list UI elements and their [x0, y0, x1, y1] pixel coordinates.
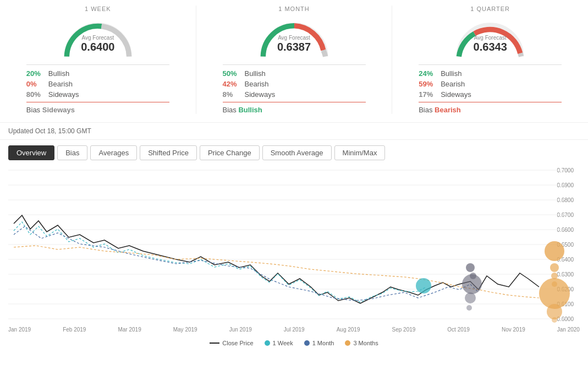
bubble-month-5 [466, 305, 472, 311]
bearish-label-quarter: Bearish [441, 80, 465, 88]
bias-row-month: Bias Bullish [223, 102, 366, 114]
bias-word-quarter: Bearish [435, 106, 461, 114]
legend-1month-icon [304, 340, 310, 346]
tab-averages[interactable]: Averages [90, 145, 137, 160]
legend-close-price-label: Close Price [222, 340, 253, 346]
bias-word-week: Sideways [42, 106, 75, 114]
bullish-label-week: Bullish [48, 69, 69, 78]
panel-week: 1 WEEK Avg Forecast 0.6400 20% Bullish 0… [0, 6, 196, 114]
sideways-pct-month: 8% [223, 90, 245, 99]
period-label-quarter: 1 QUARTER [470, 6, 510, 12]
tab-price-change[interactable]: Price Change [200, 145, 260, 160]
legend-1month-label: 1 Month [312, 340, 334, 346]
legend-bar: Close Price 1 Week 1 Month 3 Months [0, 335, 588, 349]
bubble-week [416, 278, 431, 294]
x-label-nov2019: Nov 2019 [502, 327, 525, 333]
avg-forecast-label-month: Avg Forecast [277, 35, 311, 41]
x-label-jul2019: Jul 2019 [284, 327, 305, 333]
panel-quarter: 1 QUARTER Avg Forecast 0.6343 24% Bullis… [392, 6, 588, 114]
legend-1week-icon [265, 340, 270, 346]
tab-shifted-price[interactable]: Shifted Price [140, 145, 197, 160]
bubble-3m-2 [550, 263, 559, 272]
sideways-pct-week: 80% [26, 90, 48, 99]
bias-word-month: Bullish [238, 106, 262, 114]
sideways-label-week: Sideways [48, 90, 79, 99]
avg-forecast-value-quarter: 0.6343 [474, 41, 507, 53]
bias-row-quarter: Bias Bearish [419, 102, 562, 114]
legend-3months: 3 Months [345, 340, 378, 346]
period-label-month: 1 MONTH [278, 6, 310, 12]
bearish-pct-quarter: 59% [419, 80, 441, 88]
bearish-label-month: Bearish [245, 80, 269, 88]
x-label-jan2020: Jan 2020 [557, 327, 580, 333]
bias-row-week: Bias Sideways [26, 102, 169, 114]
month-line [14, 226, 479, 301]
three-month-line [14, 246, 539, 298]
bullish-label-month: Bullish [245, 69, 266, 78]
panel-month: 1 MONTH Avg Forecast 0.6387 50% Bullish [196, 6, 393, 114]
bubble-month-1 [466, 263, 475, 272]
bullish-pct-week: 20% [26, 69, 48, 78]
sideways-pct-quarter: 17% [419, 90, 441, 99]
x-label-sep2019: Sep 2019 [392, 327, 416, 333]
avg-forecast-value-week: 0.6400 [81, 41, 114, 53]
top-section: 1 WEEK Avg Forecast 0.6400 20% Bullish 0… [0, 0, 588, 123]
tab-bias[interactable]: Bias [57, 145, 87, 160]
tab-smooth-average[interactable]: Smooth Average [262, 145, 332, 160]
stats-month: 50% Bullish 42% Bearish 8% Sideways Bias… [223, 64, 366, 114]
stats-week: 20% Bullish 0% Bearish 80% Sideways Bias… [26, 64, 169, 114]
period-label-week: 1 WEEK [85, 6, 111, 12]
legend-3months-icon [345, 340, 350, 346]
legend-1month: 1 Month [304, 340, 334, 346]
bubble-3m-1 [545, 241, 564, 261]
x-label-oct2019: Oct 2019 [447, 327, 470, 333]
tab-minim-max[interactable]: Minim/Max [334, 145, 386, 160]
chart-wrapper: 0.7000 0.6900 0.6800 0.6700 0.6600 0.650… [8, 166, 580, 325]
tab-bar: Overview Bias Averages Shifted Price Pri… [0, 140, 588, 166]
x-label-jun2019: Jun 2019 [229, 327, 252, 333]
x-label-may2019: May 2019 [173, 327, 197, 333]
sideways-label-month: Sideways [245, 90, 276, 99]
update-bar: Updated Oct 18, 15:00 GMT [0, 123, 588, 140]
bullish-pct-quarter: 24% [419, 69, 441, 78]
tab-overview[interactable]: Overview [8, 145, 54, 160]
x-label-aug2019: Aug 2019 [337, 327, 360, 333]
x-label-jan2019: Jan 2019 [8, 327, 31, 333]
legend-close-price-icon [210, 343, 219, 344]
avg-forecast-label-quarter: Avg Forecast [474, 35, 507, 41]
updated-text: Updated Oct 18, 15:00 GMT [8, 127, 91, 135]
legend-1week-label: 1 Week [273, 340, 293, 346]
main-chart: 0.7000 0.6900 0.6800 0.6700 0.6600 0.650… [8, 166, 575, 325]
bullish-label-quarter: Bullish [441, 69, 461, 78]
legend-close-price: Close Price [210, 340, 253, 346]
bearish-label-week: Bearish [48, 80, 73, 88]
stats-quarter: 24% Bullish 59% Bearish 17% Sideways Bia… [419, 64, 562, 114]
x-label-mar2019: Mar 2019 [118, 327, 141, 333]
gauge-month: Avg Forecast 0.6387 [250, 15, 338, 62]
avg-forecast-value-month: 0.6387 [277, 41, 311, 53]
gauge-quarter: Avg Forecast 0.6343 [446, 15, 534, 62]
bearish-pct-week: 0% [26, 80, 48, 88]
x-label-feb2019: Feb 2019 [63, 327, 86, 333]
avg-forecast-label-week: Avg Forecast [81, 35, 114, 41]
sideways-label-quarter: Sideways [441, 90, 471, 99]
bullish-pct-month: 50% [223, 69, 245, 78]
legend-1week: 1 Week [265, 340, 293, 346]
week-line [14, 222, 426, 302]
legend-3months-label: 3 Months [353, 340, 378, 346]
bearish-pct-month: 42% [223, 80, 245, 88]
x-axis: Jan 2019 Feb 2019 Mar 2019 May 2019 Jun … [8, 327, 580, 333]
bubble-3m-6 [547, 304, 562, 319]
bubble-month-4 [465, 292, 476, 303]
gauge-week: Avg Forecast 0.6400 [54, 15, 142, 62]
bubble-month-3 [462, 274, 482, 294]
bubble-3m-7 [552, 317, 557, 323]
